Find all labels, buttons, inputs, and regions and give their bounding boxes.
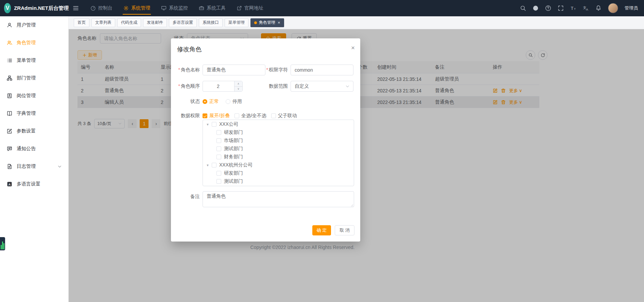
sidebar-item-dept-management[interactable]: 部门管理 (0, 69, 68, 87)
caret-down-icon[interactable]: ▾ (205, 163, 210, 167)
github-icon[interactable] (533, 5, 539, 11)
tree-node-label: XXX公司 (219, 121, 238, 127)
sidebar-item-label: 岗位管理 (17, 93, 36, 99)
topnav-label: 控制台 (98, 5, 112, 11)
tab-code-generation[interactable]: 代码生成 (117, 18, 141, 27)
decrease-icon[interactable]: ∨ (234, 86, 242, 92)
topnav-item-website-link[interactable]: 官网地址 (231, 0, 269, 16)
tree-checkbox[interactable] (216, 130, 221, 135)
tab-role-management[interactable]: 角色管理 × (250, 18, 284, 27)
increase-icon[interactable]: ∧ (234, 81, 242, 86)
font-size-icon[interactable]: TT (570, 5, 576, 11)
fullscreen-icon[interactable] (558, 5, 564, 11)
tree-checkbox[interactable] (216, 171, 221, 176)
topnav-item-console[interactable]: 控制台 (85, 0, 118, 16)
avatar[interactable] (608, 3, 618, 13)
status-field: 状态 正常 停用 (171, 96, 242, 107)
close-icon[interactable]: × (278, 20, 280, 25)
tree-checkbox[interactable] (216, 146, 221, 151)
role-key-label: *权限字符 (263, 67, 291, 73)
sidebar-item-user-management[interactable]: 用户管理 (0, 16, 68, 34)
close-icon[interactable]: × (351, 45, 355, 51)
tab-label: 发送邮件 (147, 20, 163, 25)
radio-status-disabled[interactable]: 停用 (226, 99, 242, 105)
topnav-item-system-tools[interactable]: 系统工具 (193, 0, 231, 16)
role-order-label: *角色顺序 (171, 83, 203, 89)
caret-down-icon[interactable]: ▾ (205, 122, 210, 127)
help-icon[interactable] (545, 5, 551, 11)
tab-label: 代码生成 (121, 20, 137, 25)
tree-node[interactable]: 研发部门 (203, 169, 354, 177)
tree-node-label: 市场部门 (224, 138, 243, 144)
edit-role-dialog: 修改角色 × *角色名称 *权限字符 *角色顺序 ∧ ∨ 数据范围 自定义 (171, 38, 360, 242)
sidebar-item-i18n-settings[interactable]: A 多语言设置 (0, 175, 68, 193)
topnav-item-system-management[interactable]: 系统管理 (118, 0, 156, 16)
sidebar-item-label: 参数设置 (17, 128, 36, 134)
tree-node[interactable]: 研发部门 (203, 128, 354, 137)
tree-checkbox[interactable] (212, 122, 216, 127)
role-order-stepper: ∧ ∨ (203, 81, 243, 92)
tree-node[interactable]: 测试部门 (203, 145, 354, 153)
tree-node-label: 研发部门 (224, 170, 243, 176)
role-name-input[interactable] (203, 65, 265, 75)
active-tab-dot (254, 21, 257, 24)
status-label: 状态 (171, 99, 203, 105)
tree-checkbox[interactable] (212, 163, 216, 167)
tab-system-api[interactable]: 系统接口 (199, 18, 223, 27)
tree-node[interactable]: ▾ XXX公司 (203, 120, 354, 128)
tree-node[interactable]: 财务部门 (203, 153, 354, 161)
topnav-item-system-monitor[interactable]: 系统监控 (156, 0, 193, 16)
field-label-text: 状态 (190, 99, 200, 104)
role-key-input[interactable] (291, 65, 353, 75)
sidebar-item-log-management[interactable]: 日志管理 (0, 158, 68, 175)
username[interactable]: 管理员 (625, 5, 638, 11)
tree-node[interactable]: 市场部门 (203, 137, 354, 145)
tab-menu-management[interactable]: 菜单管理 (225, 18, 248, 27)
sidebar-item-dict-management[interactable]: 字典管理 (0, 105, 68, 122)
chevron-down-icon (58, 165, 62, 168)
sidebar-item-param-settings[interactable]: 参数设置 (0, 122, 68, 140)
checkbox-expand-collapse[interactable]: 展开/折叠 (203, 113, 230, 119)
tree-node[interactable]: 测试部门 (203, 177, 354, 185)
tab-send-email[interactable]: 发送邮件 (143, 18, 167, 27)
svg-text:A: A (8, 183, 11, 186)
logo: V ZRAdmin.NET后台管理 (0, 0, 69, 16)
translate-icon: A (7, 181, 12, 187)
sidebar-item-notice[interactable]: 通知公告 (0, 140, 68, 158)
sidebar-item-role-management[interactable]: 角色管理 (0, 34, 68, 52)
tab-i18n-settings[interactable]: 多语言设置 (169, 18, 197, 27)
tree-node-label: XXX杭州分公司 (219, 162, 253, 168)
topnav-label: 系统监控 (169, 5, 188, 11)
user-icon (7, 22, 12, 28)
data-scope-select[interactable]: 自定义 (291, 81, 353, 92)
tab-article-list[interactable]: 文章列表 (91, 18, 115, 27)
language-icon[interactable]: 文A (583, 5, 589, 11)
sidebar-item-menu-management[interactable]: 菜单管理 (0, 52, 68, 69)
sidebar-toggle-icon[interactable] (69, 3, 83, 13)
tree-checkbox[interactable] (216, 138, 221, 143)
app-root: V ZRAdmin.NET后台管理 控制台 系统管理 系统监控 系统工具 (0, 0, 644, 302)
tree-checkbox[interactable] (216, 179, 221, 184)
field-label-text: 数据范围 (269, 83, 288, 89)
monitor-icon (161, 5, 167, 11)
sidebar-item-post-management[interactable]: 岗位管理 (0, 87, 68, 105)
search-icon[interactable] (520, 5, 526, 11)
tree-checkbox[interactable] (216, 155, 221, 159)
sidebar-item-label: 部门管理 (17, 75, 36, 81)
checkbox-select-all[interactable]: 全选/全不选 (234, 113, 266, 119)
field-label-text: 数据权限 (181, 113, 200, 118)
tree-node[interactable]: ▾ XXX杭州分公司 (203, 161, 354, 169)
dialog-footer: 确 定 取 消 (312, 225, 354, 235)
bell-icon[interactable] (595, 5, 602, 11)
required-asterisk: * (266, 67, 268, 72)
radio-status-normal[interactable]: 正常 (203, 99, 219, 105)
stats-widget[interactable] (0, 237, 5, 250)
confirm-button[interactable]: 确 定 (312, 225, 331, 235)
list-icon (7, 58, 12, 63)
checkbox-label: 展开/折叠 (209, 113, 230, 119)
top-navigation: 控制台 系统管理 系统监控 系统工具 官网地址 (85, 0, 269, 16)
checkbox-parent-child-linkage[interactable]: 父子联动 (271, 113, 297, 119)
cancel-button[interactable]: 取 消 (335, 225, 354, 235)
tab-home[interactable]: 首页 (74, 18, 89, 27)
remark-textarea[interactable]: 普通角色 (203, 191, 354, 207)
